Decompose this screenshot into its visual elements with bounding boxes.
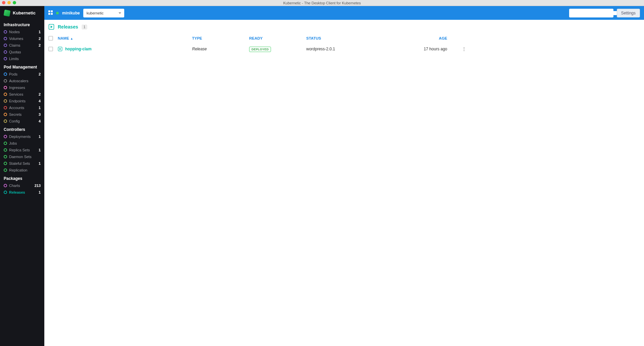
nav-item-icon bbox=[4, 162, 7, 165]
svg-rect-24 bbox=[51, 13, 53, 14]
col-ready[interactable]: READY bbox=[249, 36, 306, 40]
svg-rect-23 bbox=[48, 13, 50, 14]
svg-point-14 bbox=[4, 142, 7, 145]
nav-item-label: Releases bbox=[9, 190, 39, 195]
window-controls bbox=[2, 1, 16, 4]
nav-item-label: Endpoints bbox=[9, 99, 39, 103]
sidebar-item-daemon-sets[interactable]: Daemon Sets bbox=[0, 153, 44, 160]
namespace-value: kubernetic bbox=[87, 11, 104, 15]
search-input-wrap[interactable] bbox=[569, 9, 613, 17]
search-input[interactable] bbox=[572, 11, 618, 15]
releases-table: NAME▲ TYPE READY STATUS AGE hopping-clam… bbox=[48, 34, 644, 55]
svg-point-11 bbox=[4, 113, 7, 116]
col-name[interactable]: NAME▲ bbox=[58, 36, 192, 40]
nav-item-icon bbox=[4, 184, 7, 187]
col-status[interactable]: STATUS bbox=[306, 36, 394, 40]
row-name[interactable]: hopping-clam bbox=[58, 47, 192, 51]
col-type[interactable]: TYPE bbox=[192, 36, 249, 40]
sidebar-item-limits[interactable]: Limits bbox=[0, 55, 44, 62]
app-grid-icon[interactable] bbox=[48, 10, 53, 16]
sidebar-item-config[interactable]: Config4 bbox=[0, 118, 44, 125]
sidebar-item-pods[interactable]: Pods2 bbox=[0, 71, 44, 78]
sidebar-item-secrets[interactable]: Secrets3 bbox=[0, 111, 44, 118]
nav-item-label: Ingresses bbox=[9, 85, 41, 90]
sidebar-item-ingresses[interactable]: Ingresses bbox=[0, 84, 44, 91]
nav-item-count: 213 bbox=[35, 183, 41, 188]
topbar: minikube kubernetic Settings bbox=[44, 6, 644, 20]
nav-item-label: Claims bbox=[9, 43, 39, 48]
sidebar-item-charts[interactable]: Charts213 bbox=[0, 182, 44, 189]
nav-item-label: Accounts bbox=[9, 105, 39, 110]
sidebar-item-quotas[interactable]: Quotas bbox=[0, 49, 44, 55]
svg-marker-28 bbox=[51, 26, 53, 28]
sidebar-item-endpoints[interactable]: Endpoints4 bbox=[0, 98, 44, 104]
nav-item-label: Charts bbox=[9, 183, 35, 188]
releases-icon bbox=[48, 24, 54, 30]
nav-item-label: Secrets bbox=[9, 112, 39, 117]
sidebar: Kubernetic InfrastructureNodes1Volumes2C… bbox=[0, 6, 44, 346]
maximize-window-icon[interactable] bbox=[13, 1, 16, 4]
nav-item-icon bbox=[4, 93, 7, 96]
nav-item-count: 1 bbox=[39, 190, 41, 195]
cluster-name[interactable]: minikube bbox=[62, 11, 80, 15]
sidebar-item-accounts[interactable]: Accounts1 bbox=[0, 104, 44, 111]
nav-item-count: 2 bbox=[39, 43, 41, 48]
close-window-icon[interactable] bbox=[2, 1, 5, 4]
sidebar-item-services[interactable]: Services2 bbox=[0, 91, 44, 98]
svg-rect-21 bbox=[48, 10, 50, 12]
sidebar-item-jobs[interactable]: Jobs bbox=[0, 140, 44, 147]
svg-point-17 bbox=[4, 162, 7, 165]
nav-item-icon bbox=[4, 72, 7, 76]
sidebar-item-autoscalers[interactable]: Autoscalers bbox=[0, 78, 44, 84]
nav-item-count: 1 bbox=[39, 105, 41, 110]
namespace-select[interactable]: kubernetic bbox=[83, 9, 124, 17]
row-checkbox[interactable] bbox=[48, 47, 53, 51]
nav-item-icon bbox=[4, 99, 7, 103]
table-row[interactable]: hopping-clamReleaseDEPLOYEDwordpress-2.0… bbox=[48, 43, 644, 55]
svg-point-4 bbox=[4, 57, 7, 60]
nav-item-count: 1 bbox=[39, 134, 41, 139]
sidebar-item-releases[interactable]: Releases1 bbox=[0, 189, 44, 196]
nav-item-icon bbox=[4, 30, 7, 34]
minimize-window-icon[interactable] bbox=[7, 1, 11, 4]
col-age[interactable]: AGE bbox=[394, 36, 454, 40]
svg-point-20 bbox=[4, 191, 7, 194]
select-all-checkbox[interactable] bbox=[48, 36, 53, 41]
settings-button[interactable]: Settings bbox=[617, 9, 640, 17]
sidebar-item-deployments[interactable]: Deployments1 bbox=[0, 133, 44, 140]
row-menu-icon[interactable]: ⋮ bbox=[454, 46, 474, 52]
nav-item-icon bbox=[4, 142, 7, 145]
row-age: 17 hours ago bbox=[394, 47, 454, 51]
sidebar-item-claims[interactable]: Claims2 bbox=[0, 42, 44, 49]
nav-item-count: 4 bbox=[39, 99, 41, 103]
sidebar-section-title: Infrastructure bbox=[0, 20, 44, 29]
brand-logo-icon bbox=[4, 9, 11, 16]
nav-item-icon bbox=[4, 50, 7, 54]
sidebar-section-title: Controllers bbox=[0, 125, 44, 133]
nav-item-icon bbox=[4, 86, 7, 89]
svg-point-1 bbox=[4, 37, 7, 40]
deployed-badge: DEPLOYED bbox=[249, 47, 271, 52]
sidebar-section-title: Packages bbox=[0, 174, 44, 182]
nav-item-label: Replica Sets bbox=[9, 148, 39, 152]
nav-item-label: Volumes bbox=[9, 36, 39, 41]
nav-item-count: 1 bbox=[39, 30, 41, 34]
svg-point-10 bbox=[4, 106, 7, 109]
nav-item-count: 2 bbox=[39, 36, 41, 41]
nav-item-label: Nodes bbox=[9, 30, 39, 34]
content: Releases 1 NAME▲ TYPE READY STATUS AGE h… bbox=[44, 20, 644, 346]
sidebar-section-title: Pod Management bbox=[0, 62, 44, 71]
brand[interactable]: Kubernetic bbox=[0, 6, 44, 20]
svg-point-0 bbox=[4, 31, 7, 33]
sidebar-item-replication[interactable]: Replication bbox=[0, 167, 44, 174]
nav-item-label: Config bbox=[9, 119, 39, 123]
nav-item-count: 2 bbox=[39, 92, 41, 97]
svg-point-12 bbox=[4, 120, 7, 122]
sidebar-item-volumes[interactable]: Volumes2 bbox=[0, 35, 44, 42]
svg-point-13 bbox=[4, 135, 7, 138]
sidebar-item-nodes[interactable]: Nodes1 bbox=[0, 29, 44, 35]
nav-item-label: Stateful Sets bbox=[9, 161, 39, 166]
window-title: Kubernetic - The Desktop Client for Kube… bbox=[283, 1, 361, 5]
sidebar-item-stateful-sets[interactable]: Stateful Sets1 bbox=[0, 160, 44, 167]
sidebar-item-replica-sets[interactable]: Replica Sets1 bbox=[0, 147, 44, 153]
